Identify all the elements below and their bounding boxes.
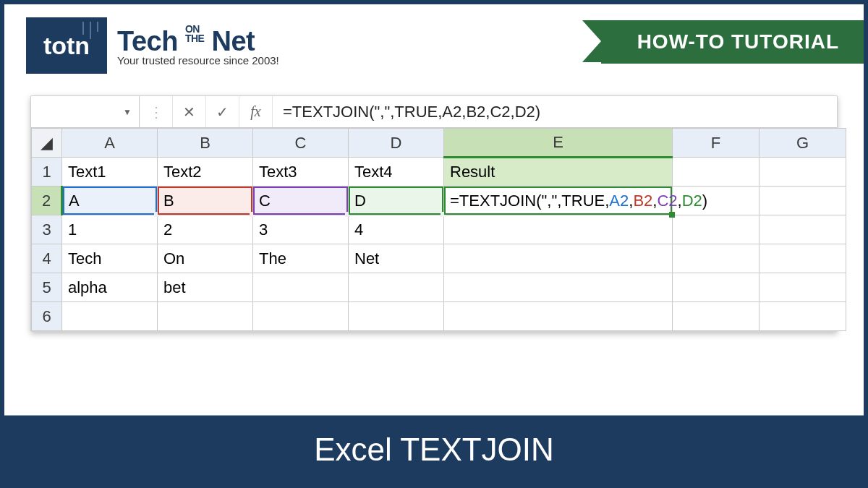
cell-G1[interactable]	[760, 158, 846, 187]
cell-F1[interactable]	[673, 158, 760, 187]
excel-window: ▼ ⋮ ✕ ✓ fx =TEXTJOIN(",",TRUE,A2,B2,C2,D…	[30, 95, 838, 332]
cell-C4[interactable]: The	[253, 244, 349, 273]
cell-B6[interactable]	[158, 302, 253, 331]
cell-B3[interactable]: 2	[158, 215, 253, 244]
cell-B4[interactable]: On	[158, 244, 253, 273]
cell-A6[interactable]	[62, 302, 158, 331]
formula-input[interactable]: =TEXTJOIN(",",TRUE,A2,B2,C2,D2)	[273, 96, 837, 127]
spreadsheet-grid[interactable]: ◢ A B C D E F G 1 Text1 Text2 Text3 Text…	[31, 128, 846, 331]
table-row: 5 alpha bet	[32, 273, 846, 302]
cell-B1[interactable]: Text2	[158, 158, 253, 187]
formula-bar-separator: ⋮	[140, 96, 173, 127]
cell-F4[interactable]	[673, 244, 760, 273]
table-row: 6	[32, 302, 846, 331]
cell-G5[interactable]	[760, 273, 846, 302]
cell-A4[interactable]: Tech	[62, 244, 158, 273]
cell-B5[interactable]: bet	[158, 273, 253, 302]
table-row: 1 Text1 Text2 Text3 Text4 Result	[32, 158, 846, 187]
title-banner: Excel TEXTJOIN	[4, 415, 864, 484]
col-header-A[interactable]: A	[62, 129, 158, 158]
table-row: 4 Tech On The Net	[32, 244, 846, 273]
cell-C1[interactable]: Text3	[253, 158, 349, 187]
cell-F5[interactable]	[673, 273, 760, 302]
col-header-B[interactable]: B	[158, 129, 253, 158]
cell-C2[interactable]: C	[253, 187, 349, 215]
row-header-2[interactable]: 2	[32, 187, 62, 215]
cell-D5[interactable]	[349, 273, 444, 302]
totn-badge-text: totn	[43, 32, 90, 60]
cell-F3[interactable]	[673, 215, 760, 244]
row-header-4[interactable]: 4	[32, 244, 62, 273]
cell-E5[interactable]	[444, 273, 673, 302]
cell-A5[interactable]: alpha	[62, 273, 158, 302]
cell-C3[interactable]: 3	[253, 215, 349, 244]
col-header-G[interactable]: G	[760, 129, 846, 158]
formula-bar: ▼ ⋮ ✕ ✓ fx =TEXTJOIN(",",TRUE,A2,B2,C2,D…	[31, 96, 837, 128]
enter-button[interactable]: ✓	[206, 96, 239, 127]
col-header-F[interactable]: F	[673, 129, 760, 158]
cell-D1[interactable]: Text4	[349, 158, 444, 187]
brand-title: Tech ON THE Net	[117, 25, 279, 57]
cell-E6[interactable]	[444, 302, 673, 331]
cell-A3[interactable]: 1	[62, 215, 158, 244]
totn-badge: totn	[26, 17, 107, 74]
cancel-button[interactable]: ✕	[173, 96, 206, 127]
cell-B2[interactable]: B	[158, 187, 253, 215]
cell-G2[interactable]	[760, 187, 846, 215]
cell-C5[interactable]	[253, 273, 349, 302]
cell-E1[interactable]: Result	[444, 158, 673, 187]
fx-icon: fx	[250, 103, 260, 120]
row-header-5[interactable]: 5	[32, 273, 62, 302]
col-header-E[interactable]: E	[444, 129, 673, 158]
name-box-dropdown-icon[interactable]: ▼	[123, 107, 132, 117]
cell-E2[interactable]: =TEXTJOIN(",",TRUE,A2,B2,C2,D2)	[444, 187, 673, 215]
col-header-C[interactable]: C	[253, 129, 349, 158]
cell-G6[interactable]	[760, 302, 846, 331]
cell-D3[interactable]: 4	[349, 215, 444, 244]
check-icon: ✓	[216, 103, 229, 121]
cell-E3[interactable]	[444, 215, 673, 244]
col-header-D[interactable]: D	[349, 129, 444, 158]
close-icon: ✕	[183, 103, 195, 121]
cell-D4[interactable]: Net	[349, 244, 444, 273]
row-header-3[interactable]: 3	[32, 215, 62, 244]
row-header-1[interactable]: 1	[32, 158, 62, 187]
cell-A1[interactable]: Text1	[62, 158, 158, 187]
cell-C6[interactable]	[253, 302, 349, 331]
select-all-corner[interactable]: ◢	[32, 129, 62, 158]
cell-E4[interactable]	[444, 244, 673, 273]
row-header-6[interactable]: 6	[32, 302, 62, 331]
cell-D6[interactable]	[349, 302, 444, 331]
brand-tagline: Your trusted resource since 2003!	[117, 54, 279, 67]
cell-G4[interactable]	[760, 244, 846, 273]
cell-A2[interactable]: A	[62, 187, 158, 215]
cell-G3[interactable]	[760, 215, 846, 244]
cell-D2[interactable]: D	[349, 187, 444, 215]
tutorial-ribbon: HOW-TO TUTORIAL	[601, 20, 864, 64]
table-row: 2 A B C D =TEXTJOIN(",",TRUE,A2,B2,C2,D2…	[32, 187, 846, 215]
name-box[interactable]: ▼	[31, 96, 140, 127]
cell-F6[interactable]	[673, 302, 760, 331]
table-row: 3 1 2 3 4	[32, 215, 846, 244]
banner-title: Excel TEXTJOIN	[314, 432, 554, 467]
brand-logo: totn Tech ON THE Net Your trusted resour…	[26, 17, 279, 74]
insert-function-button[interactable]: fx	[239, 96, 273, 127]
